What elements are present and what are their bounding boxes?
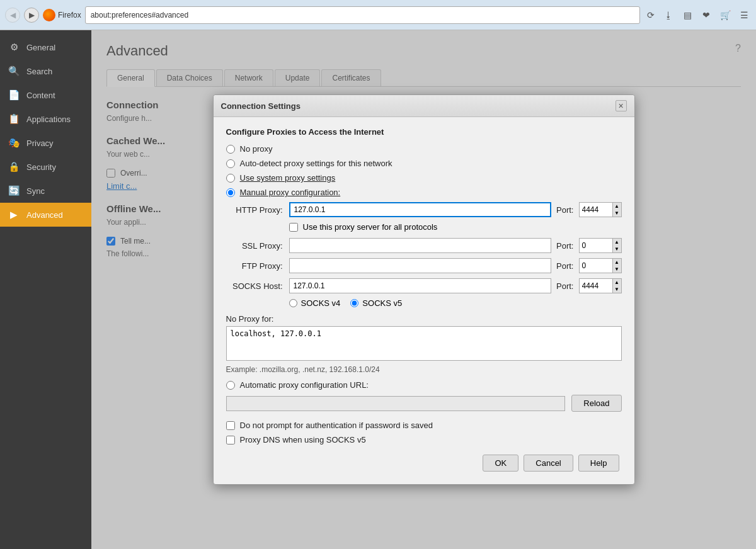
socks-v5-option: SOCKS v5 xyxy=(350,298,402,308)
menu-icon[interactable]: ☰ xyxy=(737,8,751,22)
sidebar-item-general[interactable]: ⚙ General xyxy=(0,35,91,59)
socks-version-row: SOCKS v4 SOCKS v5 xyxy=(289,298,622,308)
dialog-title: Connection Settings xyxy=(221,101,301,111)
sidebar-item-label-advanced: Advanced xyxy=(26,210,63,220)
content-area: Advanced ? General Data Choices Network … xyxy=(91,30,756,549)
http-port-down[interactable]: ▼ xyxy=(612,210,621,217)
content-icon: 📄 xyxy=(8,89,20,101)
forward-button[interactable]: ▶ xyxy=(24,8,39,23)
sidebar-item-applications[interactable]: 📋 Applications xyxy=(0,107,91,131)
ssl-port-label: Port: xyxy=(551,241,578,251)
socks-port-down[interactable]: ▼ xyxy=(612,286,621,293)
no-proxy-section: No Proxy for: localhost, 127.0.0.1 Examp… xyxy=(226,314,622,374)
tabs-icon[interactable]: ▤ xyxy=(680,8,694,22)
auto-proxy-url-row: Reload xyxy=(226,395,622,412)
general-icon: ⚙ xyxy=(8,42,20,53)
http-port-input[interactable] xyxy=(580,203,612,217)
help-button[interactable]: Help xyxy=(578,455,619,472)
ssl-port-field: ▲ ▼ xyxy=(579,238,622,253)
socks-port-up[interactable]: ▲ xyxy=(612,279,621,286)
privacy-icon: 🎭 xyxy=(8,137,20,149)
socks-v4-option: SOCKS v4 xyxy=(289,298,341,308)
socks-v4-radio[interactable] xyxy=(289,299,297,307)
radio-manual: Manual proxy configuration: xyxy=(226,188,622,197)
browser-toolbar-icons: ⭳ ▤ ❤ 🛒 ☰ xyxy=(662,8,751,22)
firefox-icon xyxy=(43,9,55,21)
ok-button[interactable]: OK xyxy=(483,455,518,472)
example-text: Example: .mozilla.org, .net.nz, 192.168.… xyxy=(226,365,622,374)
reload-browser-icon[interactable]: ⟳ xyxy=(644,8,658,22)
use-system-radio[interactable] xyxy=(226,174,235,183)
ftp-proxy-input[interactable] xyxy=(289,258,552,273)
ssl-port-input[interactable] xyxy=(580,239,612,252)
dialog-close-button[interactable]: × xyxy=(616,100,627,111)
sidebar-item-label-search: Search xyxy=(26,67,52,76)
ftp-port-label: Port: xyxy=(551,261,578,271)
http-proxy-row: HTTP Proxy: Port: ▲ ▼ xyxy=(226,202,622,217)
ftp-port-input[interactable] xyxy=(580,259,612,273)
no-proxy-textarea[interactable]: localhost, 127.0.0.1 xyxy=(226,326,622,361)
proxy-fields: HTTP Proxy: Port: ▲ ▼ xyxy=(226,202,622,308)
proxy-dns-checkbox[interactable] xyxy=(226,436,235,444)
socks-v4-label: SOCKS v4 xyxy=(301,298,341,308)
socks-port-field: ▲ ▼ xyxy=(579,278,622,293)
ssl-port-up[interactable]: ▲ xyxy=(612,239,621,246)
cart-icon[interactable]: 🛒 xyxy=(718,8,732,22)
no-proxy-label: No proxy xyxy=(240,144,273,154)
ftp-port-down[interactable]: ▼ xyxy=(612,266,621,273)
sidebar-item-privacy[interactable]: 🎭 Privacy xyxy=(0,131,91,155)
ssl-port-spinner: ▲ ▼ xyxy=(612,239,621,252)
no-auth-prompt-label: Do not prompt for authentication if pass… xyxy=(240,421,433,430)
no-auth-prompt-checkbox[interactable] xyxy=(226,421,235,430)
proxy-dns-label: Proxy DNS when using SOCKS v5 xyxy=(240,435,366,444)
socks-port-input[interactable] xyxy=(580,279,612,293)
auto-detect-radio[interactable] xyxy=(226,159,235,168)
back-button[interactable]: ◀ xyxy=(5,8,20,23)
sidebar-item-label-general: General xyxy=(26,43,55,52)
download-icon[interactable]: ⭳ xyxy=(662,8,675,22)
pocket-icon[interactable]: ❤ xyxy=(699,8,713,22)
auto-proxy-url-label: Automatic proxy configuration URL: xyxy=(240,380,369,390)
ssl-proxy-input[interactable] xyxy=(289,238,552,253)
dialog-body: Configure Proxies to Access the Internet… xyxy=(214,117,634,484)
sidebar-item-content[interactable]: 📄 Content xyxy=(0,83,91,107)
ssl-proxy-label: SSL Proxy: xyxy=(226,241,289,251)
http-port-up[interactable]: ▲ xyxy=(612,203,621,210)
proxy-section-title: Configure Proxies to Access the Internet xyxy=(226,127,622,137)
cancel-button[interactable]: Cancel xyxy=(524,455,573,472)
sidebar-item-sync[interactable]: 🔄 Sync xyxy=(0,179,91,203)
use-all-protocols-checkbox[interactable] xyxy=(289,223,298,232)
ftp-port-up[interactable]: ▲ xyxy=(612,259,621,266)
no-proxy-radio[interactable] xyxy=(226,145,235,154)
sidebar-item-label-applications: Applications xyxy=(26,115,71,124)
sidebar-item-search[interactable]: 🔍 Search xyxy=(0,59,91,83)
http-port-field: ▲ ▼ xyxy=(579,202,622,217)
search-icon: 🔍 xyxy=(8,65,20,77)
auto-proxy-url-radio[interactable] xyxy=(226,381,235,390)
sidebar-item-label-security: Security xyxy=(26,162,56,172)
socks-v5-radio[interactable] xyxy=(350,299,358,307)
use-system-label: Use system proxy settings xyxy=(240,173,336,183)
radio-no-proxy: No proxy xyxy=(226,144,622,154)
sidebar-item-security[interactable]: 🔒 Security xyxy=(0,155,91,179)
http-port-spinner: ▲ ▼ xyxy=(612,203,621,217)
auto-proxy-config-row: Automatic proxy configuration URL: xyxy=(226,380,622,390)
reload-button[interactable]: Reload xyxy=(571,395,621,412)
applications-icon: 📋 xyxy=(8,113,20,125)
http-proxy-input[interactable] xyxy=(289,202,552,217)
dialog-footer: OK Cancel Help xyxy=(226,455,622,474)
manual-radio[interactable] xyxy=(226,188,235,197)
socks-host-row: SOCKS Host: Port: ▲ ▼ xyxy=(226,278,622,293)
proxy-dns-row: Proxy DNS when using SOCKS v5 xyxy=(226,435,622,444)
auto-proxy-url-input[interactable] xyxy=(226,396,566,411)
ftp-port-spinner: ▲ ▼ xyxy=(612,259,621,273)
sidebar-item-advanced[interactable]: ▶ Advanced xyxy=(0,203,91,227)
address-bar[interactable] xyxy=(85,6,640,24)
socks-v5-label: SOCKS v5 xyxy=(362,298,402,308)
security-icon: 🔒 xyxy=(8,161,20,173)
socks-host-input[interactable] xyxy=(289,278,552,293)
ssl-port-down[interactable]: ▼ xyxy=(612,246,621,252)
ftp-proxy-row: FTP Proxy: Port: ▲ ▼ xyxy=(226,258,622,273)
radio-auto-detect: Auto-detect proxy settings for this netw… xyxy=(226,159,622,168)
sidebar-item-label-sync: Sync xyxy=(26,186,45,196)
